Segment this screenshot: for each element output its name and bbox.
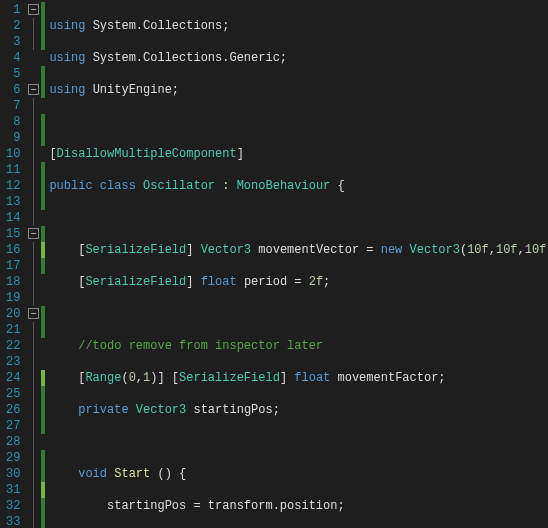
line-number-gutter: 1 2 3 4 5 6 7 8 9 10 11 12 13 14 15 16 1… [0,0,28,528]
code-line[interactable]: [SerializeField] float period = 2f; [49,274,548,290]
line-number: 30 [6,466,20,482]
line-number: 31 [6,482,20,498]
line-number: 22 [6,338,20,354]
line-number: 13 [6,194,20,210]
code-line[interactable]: [SerializeField] Vector3 movementVector … [49,242,548,258]
line-number: 28 [6,434,20,450]
line-number: 18 [6,274,20,290]
fold-toggle-icon[interactable] [28,84,39,95]
code-line[interactable] [49,210,548,226]
line-number: 16 [6,242,20,258]
line-number: 23 [6,354,20,370]
line-number: 17 [6,258,20,274]
code-line[interactable]: using System.Collections.Generic; [49,50,548,66]
code-line[interactable] [49,434,548,450]
code-line[interactable]: void Start () { [49,466,548,482]
line-number: 2 [6,18,20,34]
line-number: 9 [6,130,20,146]
code-line[interactable]: using System.Collections; [49,18,548,34]
fold-toggle-icon[interactable] [28,4,39,15]
line-number: 8 [6,114,20,130]
line-number: 15 [6,226,20,242]
line-number: 6 [6,82,20,98]
line-number: 4 [6,50,20,66]
code-area[interactable]: using System.Collections; using System.C… [45,0,548,528]
line-number: 10 [6,146,20,162]
code-line[interactable]: public class Oscillator : MonoBehaviour … [49,178,548,194]
line-number: 21 [6,322,20,338]
line-number: 29 [6,450,20,466]
line-number: 5 [6,66,20,82]
fold-toggle-icon[interactable] [28,228,39,239]
line-number: 25 [6,386,20,402]
line-number: 20 [6,306,20,322]
code-editor[interactable]: 1 2 3 4 5 6 7 8 9 10 11 12 13 14 15 16 1… [0,0,548,528]
line-number: 14 [6,210,20,226]
code-line[interactable] [49,114,548,130]
line-number: 19 [6,290,20,306]
line-number: 3 [6,34,20,50]
line-number: 1 [6,2,20,18]
code-line[interactable]: [Range(0,1)] [SerializeField] float move… [49,370,548,386]
line-number: 32 [6,498,20,514]
line-number: 7 [6,98,20,114]
line-number: 26 [6,402,20,418]
line-number: 27 [6,418,20,434]
code-line[interactable]: using UnityEngine; [49,82,548,98]
line-number: 33 [6,514,20,528]
fold-toggle-icon[interactable] [28,308,39,319]
line-number: 12 [6,178,20,194]
code-line[interactable]: [DisallowMultipleComponent] [49,146,548,162]
code-line[interactable]: //todo remove from inspector later [49,338,548,354]
code-line[interactable] [49,306,548,322]
fold-column [28,0,39,528]
line-number: 24 [6,370,20,386]
code-line[interactable]: private Vector3 startingPos; [49,402,548,418]
line-number: 11 [6,162,20,178]
code-line[interactable]: startingPos = transform.position; [49,498,548,514]
